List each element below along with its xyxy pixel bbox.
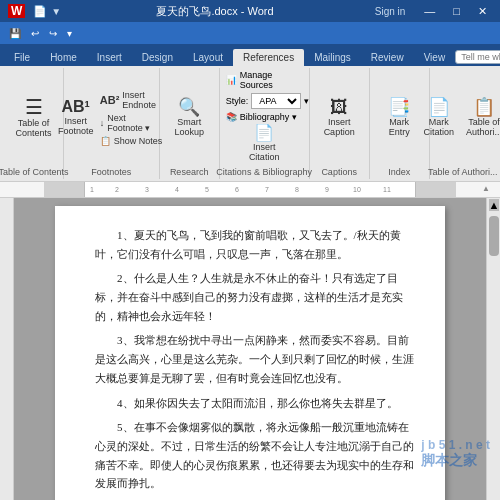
ribbon-group-captions: 🖼 InsertCaption Captions [310,68,370,179]
tell-me-area [455,50,500,66]
ribbon-group-toc: ☰ Table ofContents Table of Contents [4,68,64,179]
tab-references[interactable]: References [233,49,304,66]
next-fn-icon: ↓ [100,118,105,128]
save-button[interactable]: 💾 [6,27,24,40]
style-row: 📊 Manage Sources [226,70,303,90]
paragraph-3: 3、我常想在纷扰中寻出一点闲静来，然而委实不容易。目前是这么高兴，心里是这么芜杂… [95,331,415,387]
paragraph-2: 2、什么是人生？人生就是永不休止的奋斗！只有选定了目标，并在奋斗中感到自己的努力… [95,269,415,325]
ruler: 1 2 3 4 5 6 7 8 9 10 11 ▲ [0,182,500,198]
close-button[interactable]: ✕ [473,4,492,19]
ribbon-group-citations: 📊 Manage Sources Style: APA MLA Chicago … [220,68,310,179]
undo-button[interactable]: ↩ [28,27,42,40]
ruler-left-margin [44,182,84,197]
ribbon-group-toa: 📄 MarkCitation 📋 Table ofAuthori... Tabl… [430,68,496,179]
ruler-inner: 1 2 3 4 5 6 7 8 9 10 11 [84,182,416,197]
next-footnote-button[interactable]: ↓ Next Footnote ▾ [97,112,166,134]
scrollbar-thumb[interactable] [489,216,499,256]
scroll-right-panel[interactable]: ▲ ▼ [486,198,500,500]
toa-group-label: Table of Authori... [428,165,498,177]
redo-button[interactable]: ↪ [46,27,60,40]
insert-endnote-button[interactable]: AB² Insert Endnote [97,89,166,111]
ribbon-group-footnotes: AB¹ InsertFootnote AB² Insert Endnote ↓ … [64,68,160,179]
table-of-contents-button[interactable]: ☰ Table ofContents [10,94,56,141]
index-group-label: Index [388,165,410,177]
insert-footnote-button[interactable]: AB¹ InsertFootnote [57,96,95,139]
tell-me-input[interactable] [455,50,500,64]
title-bar-icons: ▼ [51,6,61,17]
tab-review[interactable]: Review [361,49,414,66]
quick-access-toolbar: 💾 ↩ ↪ ▾ [0,22,500,44]
captions-group-label: Captions [321,165,357,177]
ruler-collapse-btn[interactable]: ▲ [482,184,496,193]
caption-icon: 🖼 [330,98,348,116]
style-select[interactable]: APA MLA Chicago [251,93,301,109]
word-logo: W [8,4,25,18]
tab-view[interactable]: View [414,49,456,66]
research-group-label: Research [170,165,209,177]
insert-caption-button[interactable]: 🖼 InsertCaption [319,95,360,140]
title-bar-title: 夏天的飞鸟.docx - Word [61,4,369,19]
footnote-icon: AB¹ [61,99,89,115]
scroll-left-panel [0,198,14,500]
maximize-button[interactable]: □ [448,4,465,19]
ribbon: ☰ Table ofContents Table of Contents AB¹… [0,66,500,182]
file-icon: 📄 [33,5,47,18]
tab-insert[interactable]: Insert [87,49,132,66]
toc-icon: ☰ [25,97,43,117]
footnotes-group-label: Footnotes [91,165,131,177]
paragraph-1: 1、夏天的飞鸟，飞到我的窗前唱歌，又飞去了。/秋天的黄叶，它们没有什么可唱，只叹… [95,226,415,263]
minimize-button[interactable]: — [419,4,440,19]
paragraph-4: 4、如果你因失去了太阳而流泪，那么你也将失去群星了。 [95,394,415,413]
page-area[interactable]: 1、夏天的飞鸟，飞到我的窗前唱歌，又飞去了。/秋天的黄叶，它们没有什么可唱，只叹… [14,198,486,500]
footnotes-btns: AB¹ InsertFootnote AB² Insert Endnote ↓ … [57,70,167,165]
toa-icon: 📋 [473,98,495,116]
citation-icon: 📄 [254,125,274,141]
tab-mailings[interactable]: Mailings [304,49,361,66]
tab-home[interactable]: Home [40,49,87,66]
ribbon-group-research: 🔍 SmartLookup Research [160,68,220,179]
table-of-authority-button[interactable]: 📋 Table ofAuthori... [461,95,500,140]
tab-layout[interactable]: Layout [183,49,233,66]
scroll-up-button[interactable]: ▲ [489,199,499,211]
footnote-small-group: AB² Insert Endnote ↓ Next Footnote ▾ 📋 S… [97,89,166,147]
show-notes-button[interactable]: 📋 Show Notes [97,135,166,147]
mark-entry-icon: 📑 [388,98,410,116]
toc-group-label: Table of Contents [0,165,69,177]
qa-dropdown[interactable]: ▾ [64,27,75,40]
title-bar: W 📄 ▼ 夏天的飞鸟.docx - Word Sign in — □ ✕ [0,0,500,22]
endnote-icon: AB² [100,94,120,106]
ruler-right-margin [416,182,456,197]
sign-in-button[interactable]: Sign in [369,4,412,19]
ribbon-tabs: File Home Insert Design Layout Reference… [0,44,500,66]
title-bar-controls: Sign in — □ ✕ [369,4,492,19]
toc-btns: ☰ Table ofContents [10,70,56,165]
document-page[interactable]: 1、夏天的飞鸟，飞到我的窗前唱歌，又飞去了。/秋天的黄叶，它们没有什么可唱，只叹… [55,206,445,500]
smart-lookup-button[interactable]: 🔍 SmartLookup [169,95,209,140]
mark-citation-button[interactable]: 📄 MarkCitation [419,95,460,140]
citations-group-label: Citations & Bibliography [216,165,312,177]
insert-citation-button[interactable]: 📄 InsertCitation [244,122,285,165]
tab-design[interactable]: Design [132,49,183,66]
title-bar-left: W 📄 ▼ [8,4,61,18]
show-notes-icon: 📋 [100,136,111,146]
paragraph-5: 5、在事不会像烟雾似的飘散，将永远像船一般沉重地流铸在心灵的深处。不过，日常生活… [95,418,415,493]
mark-entry-button[interactable]: 📑 MarkEntry [381,95,417,140]
style-row2: Style: APA MLA Chicago ▾ [226,93,303,109]
tab-file[interactable]: File [4,49,40,66]
document-area: 1、夏天的飞鸟，飞到我的窗前唱歌，又飞去了。/秋天的黄叶，它们没有什么可唱，只叹… [0,198,500,500]
lookup-icon: 🔍 [178,98,200,116]
mark-citation-icon: 📄 [428,98,450,116]
